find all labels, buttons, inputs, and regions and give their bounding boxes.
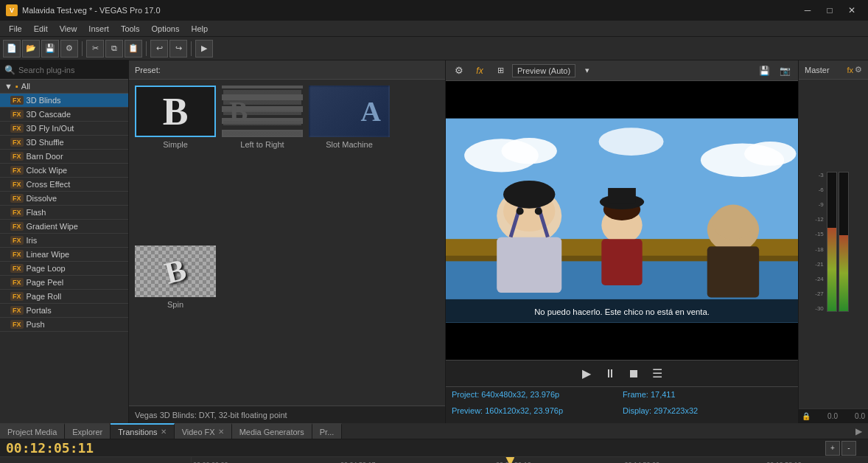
preset-ltr[interactable]: B Left to Right: [222, 86, 303, 240]
menu-edit[interactable]: Edit: [28, 23, 54, 35]
tabs-bar: Project Media Explorer Transitions ✕ Vid…: [0, 423, 868, 439]
plugin-item-3d-cascade[interactable]: FX 3D Cascade: [0, 108, 128, 122]
undo-button[interactable]: ↩: [150, 40, 168, 58]
paste-button[interactable]: 📋: [125, 40, 142, 58]
fx-badge: FX: [10, 236, 24, 245]
tab-video-fx[interactable]: Video FX ✕: [175, 423, 232, 439]
plugin-item-page-peel[interactable]: FX Page Peel: [0, 276, 128, 290]
master-level-display2: 0.0: [855, 412, 865, 420]
plugin-item-linear-wipe[interactable]: FX Linear Wipe: [0, 248, 128, 262]
save-button[interactable]: 💾: [41, 40, 59, 58]
preview-fx-button[interactable]: fx: [471, 62, 489, 80]
tab-media-generators[interactable]: Media Generators: [232, 423, 312, 439]
svg-point-3: [599, 128, 664, 156]
timeline-ruler[interactable]: 00:00:00:00 00:04:59:17 00:09:59:10 00:1…: [192, 457, 868, 463]
cut-button[interactable]: ✂: [86, 40, 104, 58]
pause-button[interactable]: ⏸: [601, 365, 619, 383]
open-button[interactable]: 📂: [22, 40, 40, 58]
timeline-nav-controls: + -: [825, 441, 856, 456]
menu-insert[interactable]: Insert: [83, 23, 115, 35]
frame-label: Frame: 17,411: [623, 390, 676, 399]
plugin-item-clock-wipe[interactable]: FX Clock Wipe: [0, 164, 128, 178]
plugin-item-dissolve[interactable]: FX Dissolve: [0, 192, 128, 206]
plugin-item-3d-blinds[interactable]: FX 3D Blinds: [0, 94, 128, 108]
plugin-name: 3D Fly In/Out: [27, 124, 74, 133]
plugin-item-3d-fly[interactable]: FX 3D Fly In/Out: [0, 122, 128, 136]
plugin-item-iris[interactable]: FX Iris: [0, 234, 128, 248]
loop-button[interactable]: ☰: [648, 365, 666, 383]
tab-transitions-close[interactable]: ✕: [161, 428, 167, 436]
plugin-item-portals[interactable]: FX Portals: [0, 304, 128, 318]
plugin-item-flash[interactable]: FX Flash: [0, 206, 128, 220]
copy-button[interactable]: ⧉: [105, 40, 123, 58]
menu-help[interactable]: Help: [185, 23, 214, 35]
menu-tools[interactable]: Tools: [115, 23, 146, 35]
close-button[interactable]: ✕: [841, 3, 862, 18]
maximize-button[interactable]: □: [819, 3, 840, 18]
tab-pr[interactable]: Pr...: [312, 423, 343, 439]
preview-snap-button[interactable]: 📷: [776, 62, 794, 80]
render-button[interactable]: ▶: [195, 40, 213, 58]
fx-badge: FX: [10, 208, 24, 217]
master-label: Master: [805, 66, 830, 74]
preset-slot[interactable]: A Slot Machine: [309, 86, 390, 240]
preset-simple[interactable]: B Simple: [135, 86, 216, 240]
plugin-name: Portals: [27, 306, 52, 315]
svg-point-25: [713, 205, 753, 240]
timecode-display: 00:12:05:11: [6, 440, 94, 456]
svg-text:No puedo hacerlo. Este chico n: No puedo hacerlo. Este chico no está en …: [534, 307, 710, 316]
tab-add-button[interactable]: ▶: [855, 426, 862, 436]
toolbar-separator-2: [146, 41, 147, 56]
tab-project-media[interactable]: Project Media: [0, 423, 65, 439]
new-button[interactable]: 📄: [3, 40, 21, 58]
menu-view[interactable]: View: [54, 23, 83, 35]
preview-res-label: Preview: 160x120x32, 23.976p: [452, 406, 563, 415]
plugin-item-barn-door[interactable]: FX Barn Door: [0, 150, 128, 164]
stop-button[interactable]: ⏹: [625, 365, 643, 383]
plugin-item-page-roll[interactable]: FX Page Roll: [0, 290, 128, 304]
master-settings-button[interactable]: ⚙: [855, 65, 862, 74]
preview-settings-button[interactable]: ⚙: [450, 62, 468, 80]
menubar: File Edit View Insert Tools Options Help: [0, 21, 868, 37]
plugin-item-page-loop[interactable]: FX Page Loop: [0, 262, 128, 276]
plugin-name: 3D Cascade: [27, 110, 71, 119]
info-text: Vegas 3D Blinds: DXT, 32-bit floating po…: [135, 411, 287, 420]
master-fx-button[interactable]: fx: [847, 65, 853, 74]
plugin-all-header[interactable]: ▼ ▪ All: [0, 80, 128, 94]
preset-spin[interactable]: B Spin: [135, 246, 216, 400]
svg-point-14: [503, 181, 555, 209]
redo-button[interactable]: ↪: [169, 40, 187, 58]
preview-channel-button[interactable]: ⊞: [491, 62, 509, 80]
menu-options[interactable]: Options: [146, 23, 186, 35]
info-bar: Vegas 3D Blinds: DXT, 32-bit floating po…: [129, 405, 445, 423]
search-input[interactable]: [18, 66, 124, 74]
properties-button[interactable]: ⚙: [60, 40, 78, 58]
plugin-name: Page Peel: [27, 278, 64, 287]
plugin-item-cross-effect[interactable]: FX Cross Effect: [0, 178, 128, 192]
preview-controls: ▶ ⏸ ⏹ ☰: [446, 360, 798, 386]
plugin-item-push[interactable]: FX Push: [0, 318, 128, 332]
preset-slot-label: Slot Machine: [326, 140, 373, 149]
left-meter: [827, 172, 837, 312]
display-info: Display: 297x223x32: [623, 406, 792, 421]
fx-badge: FX: [10, 138, 24, 147]
play-button[interactable]: ▶: [578, 365, 595, 383]
tab-controls: ▶: [342, 426, 868, 436]
menu-file[interactable]: File: [3, 23, 28, 35]
tab-transitions[interactable]: Transitions ✕: [111, 423, 174, 439]
preview-video: No puedo hacerlo. Este chico no está en …: [446, 81, 798, 360]
fx-badge: FX: [10, 152, 24, 161]
tab-explorer[interactable]: Explorer: [65, 423, 111, 439]
preview-dropdown[interactable]: ▾: [578, 62, 596, 80]
tab-video-fx-close[interactable]: ✕: [218, 428, 224, 436]
svg-point-16: [535, 207, 542, 215]
search-icon: 🔍: [4, 65, 15, 75]
frame-info: Frame: 17,411: [623, 390, 792, 405]
preview-save-button[interactable]: 💾: [755, 62, 773, 80]
preset-b-letter: B: [163, 90, 189, 133]
plugin-item-gradient-wipe[interactable]: FX Gradient Wipe: [0, 220, 128, 234]
minimize-button[interactable]: ─: [797, 3, 818, 18]
timeline-zoom-out[interactable]: -: [841, 441, 856, 456]
timeline-zoom-in[interactable]: +: [825, 441, 840, 456]
plugin-item-3d-shuffle[interactable]: FX 3D Shuffle: [0, 136, 128, 150]
